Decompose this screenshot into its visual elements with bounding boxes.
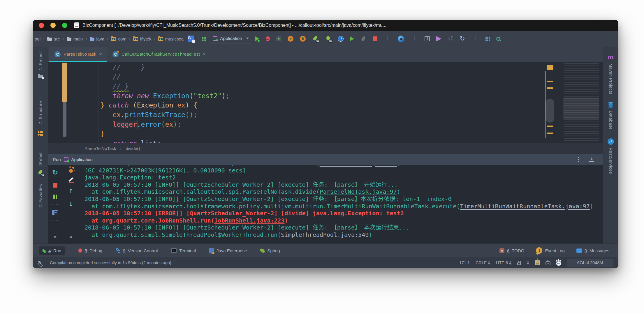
run-configuration-select[interactable]: Application <box>210 34 251 43</box>
hide-chevrons-icon[interactable]: » <box>69 234 73 240</box>
encoding-select[interactable]: UTF-8 <box>496 260 511 265</box>
profile-run-button[interactable] <box>288 36 293 42</box>
caret-position[interactable]: 171:1 <box>459 260 470 265</box>
code-line: ex.printStackTrace(); <box>101 110 230 120</box>
redo-icon[interactable]: ↻ <box>460 36 465 42</box>
send-icon[interactable] <box>436 36 441 41</box>
robot-icon[interactable] <box>546 261 550 265</box>
close-icon[interactable]: × <box>203 52 206 57</box>
toolwindow-button-messages[interactable]: 0: Messages <box>576 248 609 253</box>
title-bar[interactable]: BizComponent [~/Develop/work/ifly/CTI_Mu… <box>33 20 618 31</box>
code-minimap[interactable] <box>564 63 599 141</box>
stop-icon[interactable] <box>53 183 57 188</box>
breadcrumb-item-iflytek[interactable]: iflytek <box>133 36 151 41</box>
scroll-down-icon[interactable]: ↓ <box>68 201 73 207</box>
plugins-grid-icon[interactable] <box>202 37 206 41</box>
layers-icon[interactable] <box>38 260 42 265</box>
rest-icon[interactable]: ⇄ <box>608 138 614 145</box>
bookmarks-icon[interactable] <box>38 131 43 136</box>
stack-link[interactable]: ParseTelNoTask.java:97 <box>320 165 397 167</box>
scroll-up-icon[interactable]: ↑ <box>68 188 73 194</box>
toolwindow-button-versioncontrol[interactable]: 9: Version Control <box>116 248 158 253</box>
terminal-icon: ›_ <box>171 248 177 253</box>
translate-plugin-icon[interactable] <box>535 260 540 265</box>
stack-link[interactable]: TimerMultiRunWaitRunnableTask.java:97 <box>460 203 590 210</box>
toolwindow-stripe-favorites[interactable]: 2: Favorites <box>38 184 43 208</box>
breadcrumb-label: iflytek <box>140 36 151 41</box>
jrebel-debug-button[interactable] <box>325 36 331 42</box>
baidu-paw-icon[interactable]: du <box>556 261 561 266</box>
minimize-window-button[interactable] <box>50 23 56 28</box>
breadcrumb-label: java <box>96 36 105 41</box>
import-icon[interactable] <box>425 36 430 41</box>
hide-chevrons-icon[interactable]: » <box>54 234 57 240</box>
tab-parsetelnotask[interactable]: C ParseTelNoTask × <box>49 47 107 62</box>
translate-icon[interactable]: G <box>188 36 194 42</box>
code-editor[interactable]: // } // // } throw new Exception("test2"… <box>48 62 603 143</box>
breadcrumb-item-main[interactable]: main <box>67 36 83 41</box>
toolwindow-stripe-jrebel[interactable]: JRebel <box>38 153 43 167</box>
jrebel-run-button[interactable] <box>312 36 319 42</box>
todo-icon: ★ <box>499 248 504 253</box>
projfolder-icon[interactable] <box>38 75 43 78</box>
view-grid-icon[interactable] <box>485 37 490 41</box>
breadcrumb-item-ool[interactable]: ool <box>35 36 41 41</box>
toolwindow-button-terminal[interactable]: ›_Terminal <box>171 248 196 253</box>
db-icon[interactable] <box>608 102 613 104</box>
updown-icon[interactable] <box>527 261 529 265</box>
debug-button[interactable] <box>266 36 270 41</box>
toolwindow-button-spring[interactable]: Spring <box>260 248 280 253</box>
chevron-down-icon <box>246 38 249 39</box>
stack-link[interactable]: ParseTelNoTask.java:97 <box>320 188 397 195</box>
run-with-coverage-button[interactable] <box>276 36 281 41</box>
scroll-to-end-icon[interactable] <box>589 157 594 162</box>
log-line: 2018-06-05 10:57:10 [INFO]] [QuartzSched… <box>85 195 603 203</box>
breadcrumb-class[interactable]: ParseTelNoTask <box>85 146 116 151</box>
rerun-icon[interactable]: ↻ <box>52 169 58 176</box>
run-button[interactable] <box>255 36 259 41</box>
maven-icon[interactable]: m <box>608 53 613 61</box>
stop-button[interactable] <box>373 36 377 41</box>
breadcrumb-method[interactable]: divide() <box>126 146 140 151</box>
console-log[interactable]: at com.iflytek.musicsearch.callouttool.s… <box>85 165 603 244</box>
run-config-icon <box>64 157 68 162</box>
breadcrumb-item-com[interactable]: com <box>111 36 126 41</box>
run-config-name: Application <box>71 157 93 162</box>
editor-scrollbar-thumb[interactable] <box>546 99 554 123</box>
clear-console-icon[interactable] <box>68 177 73 182</box>
toolwindow-stripe-restservices[interactable]: RestServices <box>608 148 613 174</box>
restore-layout-icon[interactable] <box>52 210 58 215</box>
stack-link[interactable]: JobRunShell.java:223 <box>214 217 285 224</box>
close-icon[interactable]: × <box>99 52 102 57</box>
close-window-button[interactable] <box>39 23 44 28</box>
gauge-icon[interactable] <box>338 36 344 42</box>
toolwindow-stripe-structure[interactable]: 7: Structure <box>38 101 43 124</box>
line-separator-select[interactable]: CRLF <box>476 260 490 265</box>
pause-output-icon[interactable] <box>53 195 55 199</box>
tab-calloutbatchoftaskservicethreadtest[interactable]: C CallOutBatchOfTaskServiceThreadTest × <box>107 47 211 62</box>
run-tab-label[interactable]: Run <box>53 157 61 162</box>
toolwindow-stripe-mavenprojects[interactable]: Maven Projects <box>608 63 613 94</box>
breadcrumb-item-musicsea[interactable]: musicsea <box>158 36 184 41</box>
zoom-window-button[interactable] <box>62 23 67 28</box>
more-options-icon[interactable] <box>578 157 579 158</box>
breadcrumb-item-java[interactable]: java <box>90 36 105 41</box>
lock-icon[interactable] <box>517 262 521 265</box>
toolwindow-stripe-project[interactable]: 1: Project <box>38 51 43 70</box>
jrebel-icon[interactable] <box>37 170 44 176</box>
toolwindow-button-eventlog[interactable]: 1Event Log <box>536 247 565 254</box>
toolwindow-button-run[interactable]: 4: Run <box>39 246 65 255</box>
toolwindow-button-debug[interactable]: 5: Debug <box>78 248 102 253</box>
search-icon[interactable] <box>496 37 500 41</box>
code-line: return list; <box>101 139 230 143</box>
profiler-splat-icon[interactable] <box>69 169 73 173</box>
stack-link[interactable]: SimpleThreadPool.java:549 <box>281 231 369 238</box>
plugin-icon[interactable] <box>398 36 404 42</box>
memory-indicator[interactable]: 674 of 2048M <box>567 259 613 267</box>
run-alt-button[interactable] <box>350 36 354 41</box>
toolwindow-stripe-database[interactable]: Database <box>608 111 613 130</box>
profile-debug-button[interactable] <box>300 36 306 42</box>
toolwindow-button-todo[interactable]: ★6: TODO <box>499 248 524 253</box>
breadcrumb-item-src[interactable]: src <box>47 36 60 41</box>
toolwindow-button-javaenterprise[interactable]: Java Enterprise <box>209 248 247 253</box>
